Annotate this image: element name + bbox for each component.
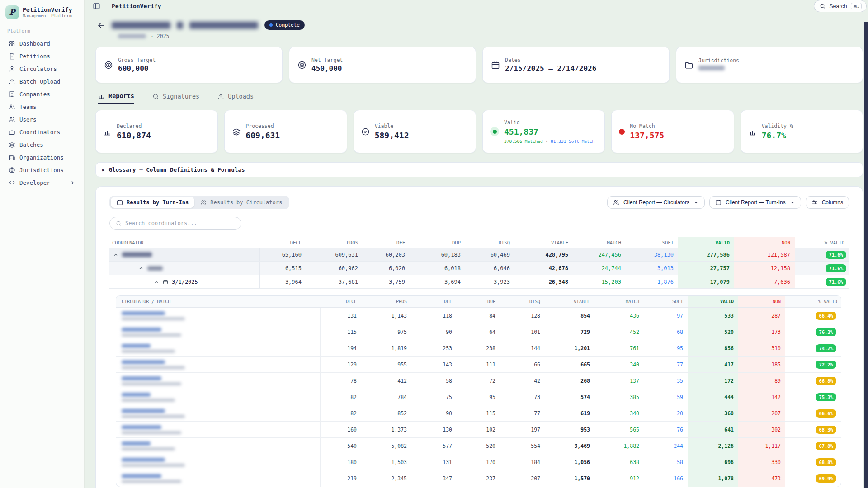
cell-viable: 665 (545, 357, 594, 372)
sidebar-item-developer[interactable]: Developer (5, 176, 79, 189)
cell-soft: 95 (644, 340, 688, 356)
pct-valid-badge: 75.3% (816, 393, 836, 401)
cell-match: 340 (594, 357, 644, 372)
cell-non: 207 (738, 405, 785, 421)
circulator-row[interactable]: 82852901157761934020360207 66.6% (116, 405, 841, 422)
circulator-row[interactable]: 8278475957357438559444142 75.3% (116, 389, 841, 405)
cell-soft: 35 (644, 373, 688, 389)
sidebar-item-teams[interactable]: Teams (5, 100, 79, 113)
tab-reports[interactable]: Reports (98, 92, 134, 104)
upload-icon (217, 93, 224, 100)
teams-icon (8, 103, 15, 110)
sliders-icon (811, 199, 818, 206)
page-scrollbar[interactable] (864, 22, 868, 488)
client-report-turn-ins-dropdown[interactable]: Client Report — Turn-Ins (709, 196, 801, 209)
sidebar-item-dashboard[interactable]: Dashboard (5, 37, 79, 50)
circulator-row[interactable]: 115975906410172945268520173 76.3% (116, 324, 841, 340)
col-header-circulator-batch: CIRCULATOR / BATCH (116, 299, 321, 304)
chevron-up-icon[interactable] (138, 266, 144, 271)
cell-soft: 68 (644, 324, 688, 340)
stat-card-net-target: Net Target 450,000 (289, 47, 476, 83)
metric-label: Validity % (762, 123, 793, 129)
toggle-results-by-turn-ins[interactable]: Results by Turn-Ins (111, 197, 194, 208)
circulator-table-header: CIRCULATOR / BATCH DECL PROS DEF DUP DIS… (116, 296, 841, 308)
stat-card-jurisdictions: Jurisdictions (676, 47, 863, 83)
cell-viable: 268 (545, 373, 594, 389)
circulator-batch-redacted (122, 480, 181, 483)
cell-decl: 3,964 (260, 275, 306, 288)
sidebar-item-label: Companies (19, 91, 65, 98)
status-badge: Complete (264, 20, 305, 30)
circulator-row[interactable]: 1299551431116666534077417185 72.2% (116, 357, 841, 373)
glossary-label: Glossary — Column Definitions & Formulas (108, 166, 245, 173)
date-row[interactable]: 3/1/2025 3,96437,6813,7593,6943,92326,34… (109, 275, 849, 289)
sidebar-nav: Dashboard Petitions Circulators (5, 37, 79, 189)
cell-dup: 111 (457, 357, 500, 372)
circulator-batch-table: CIRCULATOR / BATCH DECL PROS DEF DUP DIS… (116, 295, 841, 487)
sidebar-item-batch-upload[interactable]: Batch Upload (5, 75, 79, 88)
sidebar-item-users[interactable]: Users (5, 113, 79, 126)
target-icon (297, 61, 307, 70)
chevron-up-icon[interactable] (113, 252, 118, 258)
team-row[interactable]: 6,51560,9626,0206,0186,04642,87824,7443,… (109, 262, 849, 275)
toggle-results-by-circulators[interactable]: Results by Circulators (194, 197, 288, 208)
sidebar-item-jurisdictions[interactable]: Jurisdictions (5, 164, 79, 176)
cell-decl: 115 (321, 324, 361, 340)
page-title-redacted (112, 22, 170, 29)
circulator-row[interactable]: 784125872422681373517289 66.8% (116, 373, 841, 389)
cell-non: 185 (738, 357, 785, 372)
tab-signatures[interactable]: Signatures (152, 92, 199, 104)
cell-valid: 856 (688, 340, 738, 356)
circulator-row[interactable]: 1311,1431188412885443697533287 66.4% (116, 308, 841, 324)
cell-pros: 412 (361, 373, 411, 389)
sidebar-item-companies[interactable]: Companies (5, 88, 79, 100)
sidebar-item-circulators[interactable]: Circulators (5, 62, 79, 75)
circulator-batch-redacted (122, 333, 181, 337)
search-button[interactable]: Search ⌘J (814, 0, 867, 12)
circulator-row[interactable]: 2192,3453472372071,5709121661,078473 69.… (116, 470, 841, 487)
coordinator-row[interactable]: 65,160609,63160,20360,18360,469428,79524… (109, 248, 849, 262)
sidebar-toggle-icon[interactable] (93, 2, 100, 10)
cell-non: 302 (738, 422, 785, 437)
tab-uploads[interactable]: Uploads (217, 92, 254, 104)
chevron-up-icon[interactable] (154, 279, 159, 285)
stat-value: 2/15/2025 — 2/14/2026 (505, 64, 596, 73)
client-report-circulators-dropdown[interactable]: Client Report — Circulators (607, 196, 705, 209)
cell-match: 24,744 (573, 262, 626, 275)
glossary-accordion[interactable]: ▶ Glossary — Column Definitions & Formul… (95, 162, 863, 177)
cell-soft: 76 (644, 422, 688, 437)
pct-valid-badge: 67.8% (816, 442, 836, 450)
cell-decl: 78 (321, 373, 361, 389)
circulator-row[interactable]: 1601,37313010219795356576641302 68.3% (116, 422, 841, 438)
circulator-batch-redacted (122, 431, 181, 434)
batch-upload-icon (8, 78, 15, 85)
cell-disq: 60,469 (465, 248, 514, 261)
cell-def: 347 (411, 470, 457, 487)
circulator-row[interactable]: 1941,8192532381441,20176195856310 74.2% (116, 340, 841, 357)
cell-valid: 520 (688, 324, 738, 340)
cell-disq: 77 (500, 405, 545, 421)
columns-button[interactable]: Columns (806, 196, 849, 209)
back-arrow-icon[interactable] (97, 21, 105, 29)
sidebar-item-petitions[interactable]: Petitions (5, 50, 79, 62)
search-coordinators-input[interactable]: Search coordinators... (109, 217, 241, 230)
circulator-name-redacted (122, 409, 165, 413)
circulator-row[interactable]: 1801,5031311701841,05663858696330 68.8% (116, 454, 841, 470)
sidebar-item-batches[interactable]: Batches (5, 138, 79, 151)
cell-disq: 144 (500, 340, 545, 356)
sidebar-item-organizations[interactable]: Organizations (5, 151, 79, 164)
cell-non: 1,117 (738, 438, 785, 454)
cell-dup: 60,183 (410, 248, 465, 261)
cell-pros: 1,503 (361, 454, 411, 470)
cell-pros: 1,143 (361, 308, 411, 324)
metric-value: 451,837 (504, 127, 594, 136)
sidebar-item-label: Coordinators (19, 129, 65, 136)
circulator-row[interactable]: 5405,0825775205543,4691,8822442,1261,117… (116, 438, 841, 454)
coordinators-icon (8, 128, 15, 136)
cell-viable: 1,570 (545, 470, 594, 487)
sidebar-item-coordinators[interactable]: Coordinators (5, 126, 79, 138)
cell-decl: 131 (321, 308, 361, 324)
metric-card-processed: Processed 609,631 (224, 110, 347, 153)
cell-def: 58 (411, 373, 457, 389)
cell-non: 173 (738, 324, 785, 340)
